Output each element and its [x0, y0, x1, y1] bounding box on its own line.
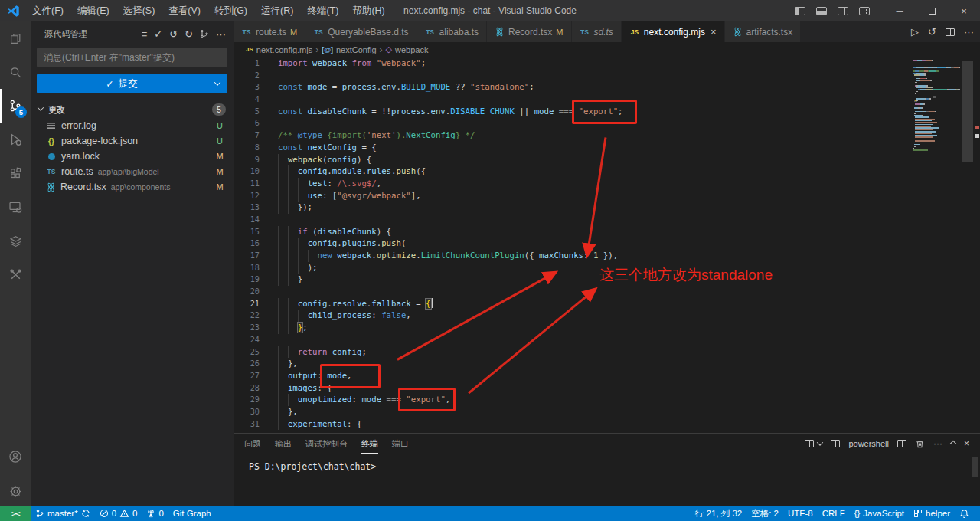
code-line-15[interactable]: 15 if (disableChunk) {: [234, 226, 911, 238]
menu-item-5[interactable]: 运行(R): [255, 2, 299, 20]
file-row-Record.tsx[interactable]: Record.tsxapp\componentsM: [31, 179, 234, 195]
code-line-25[interactable]: 25 return config;: [234, 346, 911, 359]
menu-item-4[interactable]: 转到(G): [208, 2, 253, 20]
view-sort-icon[interactable]: ≡: [142, 28, 148, 40]
layers-icon[interactable]: [0, 224, 31, 257]
toggle-secondary-sidebar-icon[interactable]: [838, 7, 848, 15]
split-editor-icon[interactable]: [946, 28, 955, 36]
encoding-indicator[interactable]: UTF-8: [783, 506, 818, 521]
code-line-9[interactable]: 9 webpack(config) {: [234, 154, 911, 166]
code-line-2[interactable]: 2: [234, 70, 911, 82]
file-row-yarn.lock[interactable]: yarn.lockM: [31, 149, 234, 164]
code-line-11[interactable]: 11 test: /\.svg$/,: [234, 178, 911, 190]
refresh-icon[interactable]: ↻: [185, 28, 193, 40]
code-line-31[interactable]: 31 experimental: {: [234, 418, 911, 431]
code-editor[interactable]: 1import webpack from "webpack";23const m…: [234, 57, 980, 433]
panel-tab-调试控制台[interactable]: 调试控制台: [305, 434, 348, 454]
panel-more-icon[interactable]: ···: [933, 438, 942, 449]
code-line-3[interactable]: 3const mode = process.env.BUILD_MODE ?? …: [234, 81, 911, 93]
tab-artifacts.tsx[interactable]: artifacts.tsx: [725, 21, 802, 42]
git-graph-icon[interactable]: [200, 29, 209, 38]
tab-sd.ts[interactable]: TSsd.ts: [572, 21, 622, 42]
breadcrumb-file[interactable]: next.config.mjs: [256, 45, 312, 54]
maximize-panel-icon[interactable]: [950, 441, 956, 447]
history-icon[interactable]: ↺: [169, 28, 178, 40]
panel-tab-问题[interactable]: 问题: [244, 434, 261, 454]
panel-tab-端口[interactable]: 端口: [392, 434, 409, 454]
commit-message-input[interactable]: [37, 48, 227, 67]
menu-item-1[interactable]: 编辑(E): [71, 2, 116, 20]
terminal-output[interactable]: PS D:\project\chat\chat>: [234, 454, 980, 506]
tab-QueryableBase.d.ts[interactable]: TSQueryableBase.d.ts: [305, 21, 416, 42]
menu-item-7[interactable]: 帮助(H): [346, 2, 390, 20]
notifications-bell-icon[interactable]: [955, 506, 974, 521]
code-line-7[interactable]: 7/** @type {import('next').NextConfig} *…: [234, 129, 911, 142]
tab-alibaba.ts[interactable]: TSalibaba.ts: [417, 21, 487, 42]
changes-section-header[interactable]: 更改 5: [31, 101, 234, 118]
code-line-21[interactable]: 21 config.resolve.fallback = {: [234, 298, 911, 310]
language-mode[interactable]: {}JavaScript: [850, 506, 909, 521]
run-file-icon[interactable]: ▷: [911, 26, 919, 38]
run-debug-icon[interactable]: [0, 123, 31, 156]
breadcrumb-symbol[interactable]: nextConfig: [336, 45, 377, 54]
code-line-22[interactable]: 22 child_process: false,: [234, 310, 911, 322]
code-line-5[interactable]: 5const disableChunk = !!process.env.DISA…: [234, 106, 911, 118]
code-line-23[interactable]: 23 };: [234, 322, 911, 334]
menu-item-0[interactable]: 文件(F): [26, 2, 70, 20]
problems-indicator[interactable]: 0 0: [95, 506, 142, 521]
settings-gear-icon[interactable]: [0, 477, 31, 506]
menu-item-6[interactable]: 终端(T): [301, 2, 345, 20]
commit-dropdown[interactable]: [207, 74, 227, 93]
code-line-24[interactable]: 24: [234, 334, 911, 346]
commit-button[interactable]: ✓ 提交: [37, 74, 227, 93]
indentation-indicator[interactable]: 空格: 2: [746, 506, 783, 521]
extensions-icon[interactable]: [0, 156, 31, 190]
code-line-30[interactable]: 30 },: [234, 406, 911, 418]
close-panel-icon[interactable]: ×: [964, 438, 969, 449]
code-line-26[interactable]: 26 },: [234, 358, 911, 370]
code-line-17[interactable]: 17 new webpack.optimize.LimitChunkCountP…: [234, 250, 911, 262]
ports-indicator[interactable]: 0: [142, 506, 168, 521]
minimap[interactable]: [913, 60, 960, 153]
timeline-icon[interactable]: ↺: [928, 26, 936, 38]
editor-scrollbar[interactable]: [962, 61, 973, 162]
file-row-route.ts[interactable]: TSroute.tsapp\api\bigModelM: [31, 164, 234, 179]
source-control-icon[interactable]: 5: [0, 89, 31, 123]
split-terminal-icon[interactable]: [897, 440, 906, 447]
remote-explorer-icon[interactable]: [0, 190, 31, 224]
terminal-scrollbar[interactable]: [972, 457, 978, 477]
tab-next.config.mjs[interactable]: JSnext.config.mjs×: [622, 21, 725, 42]
cursor-position[interactable]: 行 21, 列 32: [691, 506, 746, 521]
git-graph-button[interactable]: Git Graph: [168, 506, 216, 521]
file-row-error.log[interactable]: error.logU: [31, 118, 234, 133]
file-row-package-lock.json[interactable]: {}package-lock.jsonU: [31, 133, 234, 149]
tab-close-icon[interactable]: ×: [710, 26, 717, 38]
code-line-10[interactable]: 10 config.module.rules.push({: [234, 165, 911, 178]
code-line-28[interactable]: 28 images: {: [234, 382, 911, 395]
code-line-13[interactable]: 13 });: [234, 202, 911, 214]
menu-item-2[interactable]: 选择(S): [117, 2, 162, 20]
close-button[interactable]: ×: [948, 0, 980, 21]
account-icon[interactable]: [0, 440, 31, 473]
customize-layout-icon[interactable]: [859, 7, 870, 15]
code-line-8[interactable]: 8const nextConfig = {: [234, 142, 911, 154]
commit-check-icon[interactable]: ✓: [154, 28, 162, 40]
panel-tab-输出[interactable]: 输出: [275, 434, 292, 454]
launch-profile-chevron-icon[interactable]: [817, 439, 823, 445]
code-line-27[interactable]: 27 output: mode,: [234, 370, 911, 382]
tab-Record.tsx[interactable]: Record.tsxM: [487, 21, 572, 42]
toggle-sidebar-icon[interactable]: [795, 7, 805, 15]
code-line-29[interactable]: 29 unoptimized: mode === "export",: [234, 394, 911, 406]
kill-terminal-icon[interactable]: [915, 439, 925, 449]
shell-label[interactable]: powershell: [848, 439, 889, 448]
code-line-12[interactable]: 12 use: ["@svgr/webpack"],: [234, 190, 911, 202]
toggle-panel-icon[interactable]: [816, 7, 827, 15]
search-icon[interactable]: [0, 55, 31, 89]
tab-route.ts[interactable]: TSroute.tsM: [234, 21, 305, 42]
code-line-18[interactable]: 18 );: [234, 262, 911, 274]
panel-tab-终端[interactable]: 终端: [361, 434, 378, 454]
more-actions-icon[interactable]: ···: [216, 28, 226, 40]
code-line-19[interactable]: 19 }: [234, 274, 911, 286]
explorer-icon[interactable]: [0, 21, 31, 55]
menu-item-3[interactable]: 查看(V): [162, 2, 207, 20]
